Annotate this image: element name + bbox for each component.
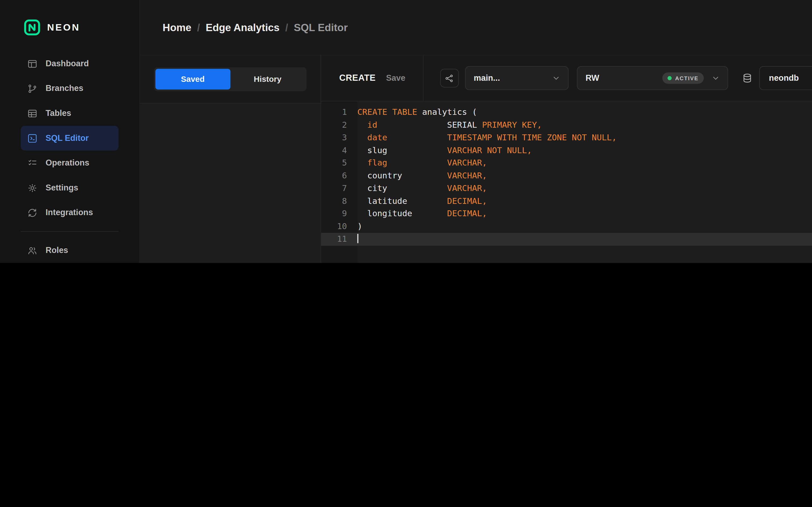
code-line[interactable]: 3 date TIMESTAMP WITH TIME ZONE NOT NULL… <box>321 131 812 144</box>
text-cursor <box>357 234 358 243</box>
code-text: flag VARCHAR, <box>357 157 487 169</box>
code-line[interactable]: 6 country VARCHAR, <box>321 170 812 182</box>
sidebar-divider <box>21 231 119 232</box>
dashboard-icon <box>27 58 38 69</box>
code-editor[interactable]: 1CREATE TABLE analytics (2 id SERIAL PRI… <box>321 101 812 263</box>
code-text: id SERIAL PRIMARY KEY, <box>357 119 542 131</box>
branch-select[interactable]: main... <box>465 66 568 90</box>
branch-select-value: main... <box>474 73 500 83</box>
code-line[interactable]: 5 flag VARCHAR, <box>321 157 812 169</box>
code-line[interactable]: 11 <box>321 233 812 245</box>
sidebar-item-label: Dashboard <box>46 59 89 68</box>
neon-logo-icon <box>24 19 41 36</box>
line-number: 8 <box>321 195 357 207</box>
breadcrumb-separator: / <box>285 21 288 33</box>
roles-icon <box>27 245 38 256</box>
neon-console-window: NEON DashboardBranchesTablesSQL EditorOp… <box>0 0 812 263</box>
content-area: SavedHistory New Query <box>140 55 812 263</box>
line-number: 5 <box>321 157 357 169</box>
code-line[interactable]: 2 id SERIAL PRIMARY KEY, <box>321 119 812 131</box>
operations-icon <box>27 158 38 168</box>
sidebar-nav: DashboardBranchesTablesSQL EditorOperati… <box>0 51 139 263</box>
code-text: country VARCHAR, <box>357 170 487 182</box>
sidebar-item-sql-editor[interactable]: SQL Editor <box>21 126 119 151</box>
sidebar-item-integrations[interactable]: Integrations <box>21 200 119 225</box>
line-number: 10 <box>321 220 357 233</box>
code-text: date TIMESTAMP WITH TIME ZONE NOT NULL, <box>357 131 617 144</box>
sidebar-item-label: Integrations <box>46 208 93 217</box>
sidebar-item-dashboard[interactable]: Dashboard <box>21 51 119 76</box>
query-tab-title[interactable]: CREATE <box>339 73 376 83</box>
main-area: Home/Edge Analytics/SQL Editor SavedHist… <box>140 0 812 263</box>
sidebar-item-label: Settings <box>46 183 79 192</box>
breadcrumb-item[interactable]: Home <box>163 21 192 33</box>
tables-icon <box>27 108 38 119</box>
line-number: 1 <box>321 106 357 119</box>
line-number: 11 <box>321 233 357 245</box>
queries-panel: SavedHistory New Query <box>140 55 321 263</box>
code-text: ) <box>357 220 362 233</box>
code-line[interactable]: 1CREATE TABLE analytics ( <box>321 106 812 119</box>
line-number: 2 <box>321 119 357 131</box>
breadcrumb-separator: / <box>197 21 200 33</box>
code-text <box>357 233 358 245</box>
status-dot <box>667 76 671 80</box>
code-line[interactable]: 8 latitude DECIMAL, <box>321 195 812 207</box>
sidebar-item-label: Tables <box>46 109 71 118</box>
sidebar-item-label: SQL Editor <box>46 133 89 143</box>
compute-select[interactable]: RW ACTIVE <box>577 66 728 90</box>
chevron-down-icon <box>552 73 561 83</box>
brand-name: NEON <box>47 22 80 33</box>
code-text: city VARCHAR, <box>357 182 487 195</box>
code-line[interactable]: 4 slug VARCHAR NOT NULL, <box>321 144 812 157</box>
tab-saved[interactable]: Saved <box>155 69 231 90</box>
sql-editor-panel: CREATE Save main... <box>321 55 812 263</box>
line-number: 7 <box>321 182 357 195</box>
code-text: CREATE TABLE analytics ( <box>357 106 477 119</box>
database-icon <box>742 72 753 84</box>
editor-header: CREATE Save main... <box>321 55 812 101</box>
code-text: longitude DECIMAL, <box>357 207 487 220</box>
chevron-down-icon <box>711 73 720 83</box>
code-line[interactable]: 10) <box>321 220 812 233</box>
line-number: 6 <box>321 170 357 182</box>
sidebar-item-label: Operations <box>46 158 89 168</box>
saved-queries-list[interactable] <box>140 103 321 263</box>
branches-icon <box>27 83 38 94</box>
code-line[interactable]: 7 city VARCHAR, <box>321 182 812 195</box>
sidebar-item-operations[interactable]: Operations <box>21 151 119 175</box>
code-text: slug VARCHAR NOT NULL, <box>357 144 532 157</box>
code-text: latitude DECIMAL, <box>357 195 487 207</box>
header-divider <box>423 55 423 101</box>
tab-history[interactable]: History <box>230 69 305 90</box>
code-lines: 1CREATE TABLE analytics (2 id SERIAL PRI… <box>321 106 812 245</box>
save-button[interactable]: Save <box>386 73 405 83</box>
breadcrumb-item: SQL Editor <box>294 21 348 33</box>
sidebar-item-branches[interactable]: Branches <box>21 76 119 101</box>
saved-history-tabs: SavedHistory <box>154 67 307 91</box>
line-number: 3 <box>321 131 357 144</box>
settings-icon <box>27 182 38 193</box>
schema-icon <box>444 73 454 83</box>
schema-diagram-button[interactable] <box>440 69 459 88</box>
line-number: 4 <box>321 144 357 157</box>
sidebar-item-roles[interactable]: Roles <box>21 238 119 263</box>
status-badge: ACTIVE <box>662 72 704 84</box>
breadcrumb-item[interactable]: Edge Analytics <box>206 21 280 33</box>
compute-select-value: RW <box>586 73 599 83</box>
database-select-value: neondb <box>769 73 799 83</box>
sidebar-item-label: Roles <box>46 246 68 255</box>
breadcrumb: Home/Edge Analytics/SQL Editor <box>140 0 812 55</box>
status-badge-label: ACTIVE <box>675 75 698 81</box>
sidebar: NEON DashboardBranchesTablesSQL EditorOp… <box>0 0 140 263</box>
integrations-icon <box>27 207 38 218</box>
line-number: 9 <box>321 207 357 220</box>
sidebar-item-label: Branches <box>46 84 84 93</box>
database-select[interactable]: neondb <box>759 66 812 90</box>
sidebar-item-settings[interactable]: Settings <box>21 175 119 201</box>
sidebar-item-tables[interactable]: Tables <box>21 101 119 126</box>
code-line[interactable]: 9 longitude DECIMAL, <box>321 207 812 220</box>
sql-editor-icon <box>27 133 38 144</box>
neon-logo[interactable]: NEON <box>0 0 139 36</box>
